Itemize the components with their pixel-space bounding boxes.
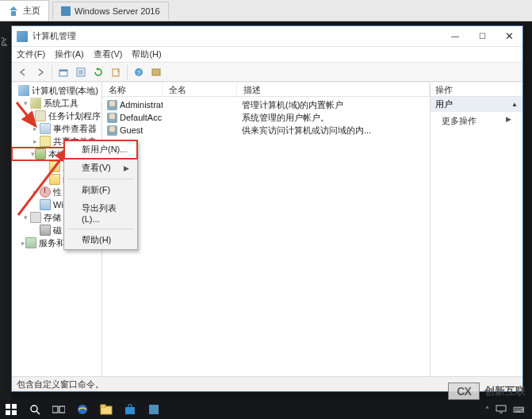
browser-tab-winserver[interactable]: Windows Server 2016: [52, 2, 169, 19]
user-icon: [107, 113, 117, 123]
app-button[interactable]: [146, 402, 162, 417]
help-button[interactable]: ?: [131, 64, 147, 80]
taskbar: ˄ ⌨: [0, 400, 532, 419]
svg-rect-18: [52, 406, 58, 413]
service-icon: [25, 237, 36, 248]
col-name[interactable]: 名称: [102, 83, 163, 96]
window-title: 计算机管理: [33, 30, 442, 42]
menubar: 文件(F) 操作(A) 查看(V) 帮助(H): [12, 47, 522, 63]
extra-button[interactable]: [148, 64, 164, 80]
svg-rect-13: [12, 404, 17, 409]
svg-rect-12: [6, 404, 10, 409]
collapse-icon: ▲: [511, 101, 518, 108]
watermark-text: 创新互联: [484, 384, 526, 398]
list-header: 名称 全名 描述: [102, 83, 430, 97]
users-group-icon: [35, 148, 46, 160]
svg-line-17: [36, 411, 40, 414]
statusbar: 包含自定义窗口命令。: [12, 376, 522, 391]
explorer-button[interactable]: [98, 402, 114, 417]
taskview-button[interactable]: [51, 402, 67, 417]
separator: [67, 229, 134, 229]
separator: [67, 179, 134, 179]
actions-more[interactable]: 更多操作 ▶: [431, 112, 522, 130]
storage-icon: [30, 212, 41, 223]
home-icon: [8, 6, 19, 16]
col-desc[interactable]: 描述: [237, 83, 430, 96]
titlebar[interactable]: 计算机管理 — ☐ ✕: [12, 26, 522, 47]
collapse-icon[interactable]: ▾: [21, 213, 30, 221]
perf-icon: [40, 186, 51, 198]
user-icon: [107, 100, 117, 110]
expand-icon[interactable]: ▸: [31, 125, 40, 133]
folder-icon: [49, 174, 60, 185]
computer-icon: [18, 85, 29, 96]
menu-action[interactable]: 操作(A): [55, 48, 84, 60]
tray-up-icon[interactable]: ˄: [485, 406, 489, 414]
svg-rect-25: [149, 405, 159, 414]
svg-point-16: [31, 406, 37, 412]
back-button[interactable]: [15, 64, 31, 80]
export-button[interactable]: [108, 64, 124, 80]
context-menu: 新用户(N)... 查看(V)▶ 刷新(F) 导出列表(L)... 帮助(H): [63, 140, 138, 250]
left-strip: Ad: [0, 21, 11, 400]
close-button[interactable]: ✕: [496, 27, 522, 46]
actions-header: 操作: [431, 83, 522, 97]
svg-rect-14: [6, 410, 10, 415]
task-icon: [35, 110, 46, 121]
tab-label: 主页: [23, 5, 40, 17]
svg-text:?: ?: [137, 69, 141, 76]
watermark-logo: CX: [448, 382, 480, 400]
toolbar: ?: [12, 63, 522, 82]
tree-root[interactable]: 计算机管理(本地): [12, 84, 101, 97]
refresh-button[interactable]: [90, 64, 106, 80]
disk-icon: [40, 225, 51, 236]
wmi-icon: [40, 199, 51, 210]
ctx-export[interactable]: 导出列表(L)...: [64, 199, 137, 227]
properties-button[interactable]: [73, 64, 89, 80]
start-button[interactable]: [3, 402, 19, 417]
ctx-view[interactable]: 查看(V)▶: [64, 159, 137, 177]
share-icon: [40, 136, 51, 147]
forward-button[interactable]: [33, 64, 48, 80]
browser-tab-home[interactable]: 主页: [0, 0, 49, 21]
col-fullname[interactable]: 全名: [163, 83, 237, 96]
menu-file[interactable]: 文件(F): [17, 48, 45, 60]
svg-rect-15: [12, 410, 17, 415]
expand-icon[interactable]: ▸: [31, 188, 40, 196]
ctx-help[interactable]: 帮助(H): [64, 231, 137, 249]
store-button[interactable]: [122, 402, 138, 417]
list-row[interactable]: DefaultAcc... 系统管理的用户帐户。: [102, 111, 430, 124]
user-icon: [107, 125, 117, 136]
chevron-right-icon: ▶: [506, 115, 511, 123]
svg-rect-22: [101, 405, 105, 407]
menu-help[interactable]: 帮助(H): [132, 48, 161, 60]
event-icon: [40, 123, 51, 134]
minimize-button[interactable]: —: [442, 27, 469, 46]
app-icon: [17, 31, 28, 42]
svg-rect-26: [496, 406, 506, 411]
ctx-new-user[interactable]: 新用户(N)...: [64, 140, 137, 159]
tree-task-scheduler[interactable]: ▸任务计划程序: [12, 110, 101, 122]
collapse-icon[interactable]: ▾: [21, 99, 30, 107]
svg-rect-19: [59, 406, 65, 413]
maximize-button[interactable]: ☐: [469, 27, 496, 46]
ie-button[interactable]: [75, 402, 90, 417]
folder-icon: [49, 161, 60, 172]
expand-icon[interactable]: ▸: [31, 137, 40, 145]
up-button[interactable]: [55, 64, 71, 80]
svg-rect-9: [152, 69, 160, 75]
list-pane[interactable]: 名称 全名 描述 Administrat... 管理计算机(域)的内置帐户 De…: [102, 83, 431, 376]
menu-view[interactable]: 查看(V): [94, 48, 123, 60]
tree-event-viewer[interactable]: ▸事件查看器: [12, 122, 101, 135]
list-row[interactable]: Guest 供来宾访问计算机或访问域的内...: [102, 124, 430, 136]
search-button[interactable]: [27, 402, 43, 417]
tab-label: Windows Server 2016: [75, 6, 160, 16]
actions-section-users[interactable]: 用户 ▲: [431, 97, 522, 112]
ctx-refresh[interactable]: 刷新(F): [64, 181, 137, 199]
svg-rect-1: [59, 70, 67, 71]
tree-systools[interactable]: ▾系统工具: [12, 97, 101, 110]
chevron-right-icon: ▶: [124, 164, 129, 172]
tray-ime-icon[interactable]: ⌨: [513, 406, 524, 414]
list-row[interactable]: Administrat... 管理计算机(域)的内置帐户: [102, 98, 430, 111]
tray-network-icon[interactable]: [496, 404, 507, 415]
